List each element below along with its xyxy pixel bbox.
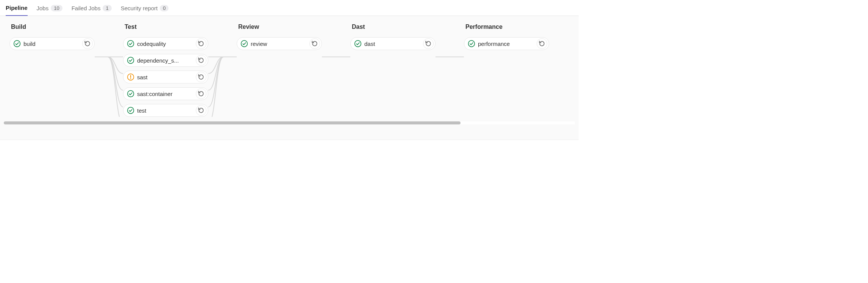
job-pill[interactable]: codequality — [123, 37, 208, 50]
job-label: review — [248, 41, 308, 47]
status-passed-icon — [467, 39, 476, 48]
stage-title: Test — [125, 24, 208, 30]
job-pill[interactable]: dependency_s... — [123, 54, 208, 67]
retry-icon — [538, 40, 546, 47]
stage-column: Testcodequalitydependency_s...sastsast:c… — [123, 24, 208, 117]
tab-pipeline-label: Pipeline — [6, 5, 28, 11]
tab-security-label: Security report — [121, 5, 158, 11]
retry-button[interactable] — [196, 88, 206, 99]
retry-button[interactable] — [196, 105, 206, 116]
retry-button[interactable] — [196, 55, 206, 66]
retry-icon — [197, 107, 205, 114]
job-pill[interactable]: dast — [350, 37, 436, 50]
status-passed-icon — [13, 39, 21, 48]
scrollbar-thumb[interactable] — [4, 121, 461, 124]
stage-title: Review — [238, 24, 322, 30]
status-passed-icon — [126, 90, 135, 98]
status-warning-icon — [126, 73, 135, 81]
stage-jobs: dast — [350, 37, 436, 50]
retry-icon — [197, 57, 205, 64]
status-passed-icon — [354, 39, 362, 48]
job-label: sast — [135, 74, 194, 80]
status-passed-icon — [126, 106, 135, 115]
status-passed-icon — [240, 39, 248, 48]
stage-jobs: review — [237, 37, 322, 50]
stage-title: Build — [11, 24, 95, 30]
stage-column: Performanceperformance — [464, 24, 549, 117]
retry-icon — [197, 40, 205, 47]
retry-icon — [311, 40, 318, 47]
tab-failed-count: 1 — [103, 5, 111, 11]
pipeline-graph-wrapper: BuildbuildTestcodequalitydependency_s...… — [0, 16, 579, 140]
status-passed-icon — [126, 56, 135, 64]
pipeline-graph: BuildbuildTestcodequalitydependency_s...… — [0, 24, 579, 117]
job-label: codequality — [135, 41, 194, 47]
job-pill[interactable]: performance — [464, 37, 549, 50]
job-pill[interactable]: test — [123, 104, 208, 117]
tab-jobs[interactable]: Jobs 10 — [37, 0, 62, 16]
job-pill[interactable]: review — [237, 37, 322, 50]
job-pill[interactable]: build — [9, 37, 95, 50]
tab-security-count: 0 — [160, 5, 169, 11]
job-label: performance — [476, 41, 535, 47]
retry-button[interactable] — [196, 72, 206, 82]
stage-column: Dastdast — [350, 24, 436, 117]
retry-button[interactable] — [82, 38, 93, 49]
retry-icon — [197, 90, 205, 97]
stage-jobs: performance — [464, 37, 549, 50]
tab-jobs-label: Jobs — [37, 5, 49, 11]
tab-security[interactable]: Security report 0 — [121, 0, 169, 16]
tabs-bar: Pipeline Jobs 10 Failed Jobs 1 Security … — [0, 0, 579, 16]
job-pill[interactable]: sast:container — [123, 87, 208, 100]
job-label: dependency_s... — [135, 57, 194, 64]
job-label: test — [135, 107, 194, 114]
job-pill[interactable]: sast — [123, 71, 208, 83]
stage-column: Reviewreview — [237, 24, 322, 117]
stage-jobs: codequalitydependency_s...sastsast:conta… — [123, 37, 208, 117]
status-passed-icon — [126, 39, 135, 48]
retry-button[interactable] — [423, 38, 434, 49]
retry-icon — [425, 40, 432, 47]
retry-icon — [84, 40, 91, 47]
retry-button[interactable] — [309, 38, 320, 49]
tab-failed-label: Failed Jobs — [72, 5, 101, 11]
retry-button[interactable] — [196, 38, 206, 49]
stage-title: Performance — [465, 24, 549, 30]
retry-button[interactable] — [537, 38, 547, 49]
job-label: sast:container — [135, 91, 194, 97]
tab-jobs-count: 10 — [51, 5, 62, 11]
tab-failed-jobs[interactable]: Failed Jobs 1 — [72, 0, 112, 16]
stage-title: Dast — [352, 24, 436, 30]
stage-jobs: build — [9, 37, 95, 50]
horizontal-scrollbar[interactable] — [4, 121, 575, 124]
job-label: dast — [362, 41, 422, 47]
stage-column: Buildbuild — [9, 24, 95, 117]
tab-pipeline[interactable]: Pipeline — [6, 0, 28, 16]
retry-icon — [197, 73, 205, 81]
job-label: build — [21, 41, 81, 47]
